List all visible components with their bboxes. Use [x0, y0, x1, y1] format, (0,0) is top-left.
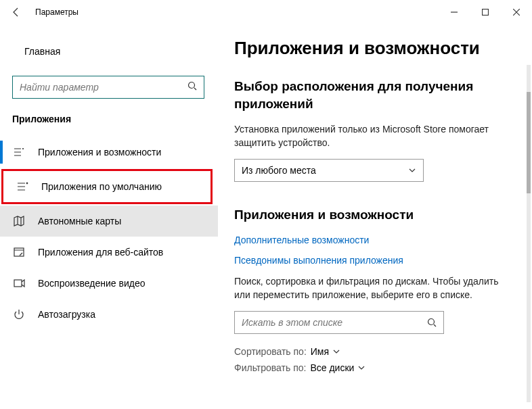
chevron-down-icon — [333, 348, 340, 355]
apps-heading: Приложения и возможности — [234, 206, 516, 224]
svg-point-4 — [428, 319, 435, 325]
window-controls — [439, 0, 532, 24]
source-description: Установка приложений только из Microsoft… — [234, 123, 516, 149]
svg-rect-2 — [14, 248, 24, 256]
filter-control[interactable]: Фильтровать по: Все диски — [234, 362, 516, 373]
startup-icon — [12, 308, 26, 321]
nav-video-playback[interactable]: Воспроизведение видео — [0, 268, 218, 299]
sidebar: Главная Приложения Приложения и возможно… — [0, 24, 218, 409]
chevron-down-icon — [408, 166, 416, 174]
filter-label: Фильтровать по: — [234, 362, 306, 373]
app-list-search[interactable] — [234, 311, 444, 334]
nav-label: Автозагрузка — [38, 309, 95, 320]
video-playback-icon — [12, 276, 26, 290]
maximize-button[interactable] — [470, 0, 501, 24]
home-nav[interactable]: Главная — [0, 38, 218, 65]
dropdown-value: Из любого места — [242, 165, 316, 176]
chevron-down-icon — [358, 364, 365, 371]
list-description: Поиск, сортировка и фильтрация по дискам… — [234, 275, 516, 302]
maximize-icon — [482, 9, 489, 16]
nav-label: Приложения по умолчанию — [41, 181, 162, 192]
svg-rect-0 — [483, 9, 489, 16]
offline-maps-icon — [12, 214, 26, 228]
app-search-input[interactable] — [242, 317, 427, 328]
search-icon — [187, 81, 197, 93]
content-area: Приложения и возможности Выбор расположе… — [218, 24, 532, 409]
scrollbar-thumb[interactable] — [527, 92, 531, 193]
content-scrollbar[interactable] — [527, 65, 531, 402]
nav-label: Приложения для веб-сайтов — [38, 247, 163, 258]
install-source-dropdown[interactable]: Из любого места — [234, 159, 424, 182]
search-icon — [427, 318, 437, 327]
minimize-icon — [451, 9, 458, 16]
optional-features-link[interactable]: Дополнительные возможности — [234, 235, 516, 245]
nav-apps-features[interactable]: Приложения и возможности — [0, 137, 218, 168]
nav-offline-maps[interactable]: Автономные карты — [0, 206, 218, 237]
back-button[interactable] — [0, 0, 32, 24]
nav-default-apps[interactable]: Приложения по умолчанию — [3, 171, 210, 202]
nav-apps-for-websites[interactable]: Приложения для веб-сайтов — [0, 237, 218, 268]
nav-startup[interactable]: Автозагрузка — [0, 299, 218, 330]
section-header: Приложения — [0, 114, 218, 124]
sort-label: Сортировать по: — [234, 346, 307, 357]
search-input[interactable] — [20, 82, 187, 93]
source-heading: Выбор расположения для получения приложе… — [234, 78, 516, 112]
window-title: Параметры — [35, 7, 79, 17]
close-icon — [513, 9, 520, 16]
apps-features-icon — [12, 145, 26, 159]
back-arrow-icon — [11, 7, 22, 18]
settings-search[interactable] — [12, 76, 204, 99]
minimize-button[interactable] — [439, 0, 470, 24]
home-label: Главная — [24, 46, 60, 57]
highlight-annotation: Приложения по умолчанию — [1, 169, 213, 204]
titlebar: Параметры — [0, 0, 532, 24]
apps-websites-icon — [12, 245, 26, 259]
svg-rect-3 — [14, 280, 22, 287]
close-button[interactable] — [501, 0, 532, 24]
execution-aliases-link[interactable]: Псевдонимы выполнения приложения — [234, 255, 516, 266]
sort-value: Имя — [311, 346, 329, 357]
main-container: Главная Приложения Приложения и возможно… — [0, 24, 532, 409]
nav-label: Автономные карты — [38, 216, 121, 226]
nav-label: Воспроизведение видео — [38, 278, 145, 289]
svg-point-1 — [189, 82, 195, 89]
sort-control[interactable]: Сортировать по: Имя — [234, 346, 516, 357]
filter-value: Все диски — [310, 362, 354, 373]
default-apps-icon — [16, 180, 29, 193]
page-title: Приложения и возможности — [234, 38, 516, 59]
nav-label: Приложения и возможности — [38, 147, 161, 158]
